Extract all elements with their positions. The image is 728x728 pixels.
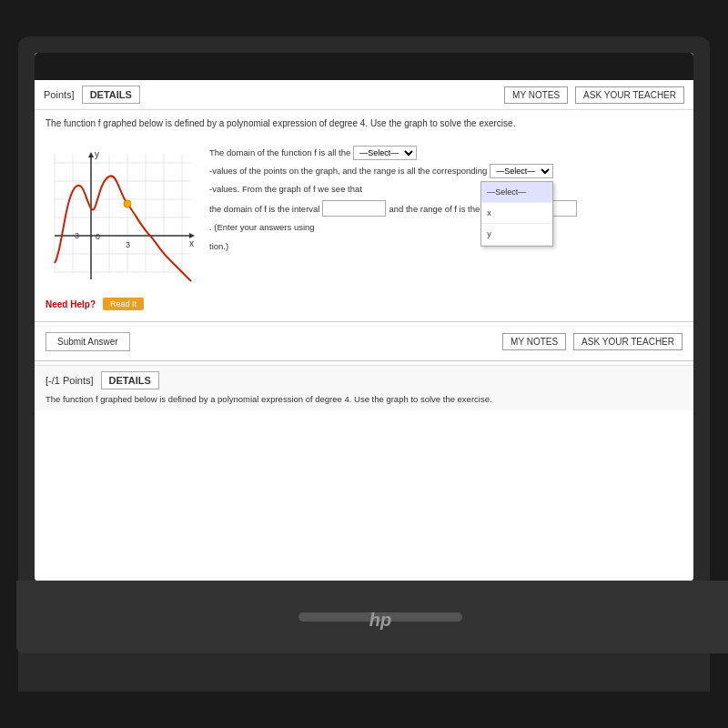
page-area: Points] DETAILS MY NOTES ASK YOUR TEACHE… xyxy=(35,80,693,581)
problem-section: y x 0 3 3 xyxy=(35,145,693,290)
need-help-label: Need Help? xyxy=(46,299,96,309)
header-bar: Points] DETAILS MY NOTES ASK YOUR TEACHE… xyxy=(35,80,693,110)
domain-range-area: The domain of the function f is all the … xyxy=(209,145,682,258)
graph-container: y x 0 3 3 xyxy=(46,145,200,290)
second-points-label: [-/1 Points] xyxy=(46,375,94,386)
second-header: [-/1 Points] DETAILS xyxy=(46,371,682,389)
svg-text:3: 3 xyxy=(126,240,130,249)
dropdown-popup[interactable]: —Select— x y xyxy=(480,181,553,247)
enter-note2: tion.) xyxy=(209,238,228,254)
enter-note-row: tion.) xyxy=(209,238,682,254)
x-y-select-2[interactable]: —Select— x y xyxy=(490,164,553,178)
need-help-area: Need Help? Read It xyxy=(35,290,693,318)
header-right: MY NOTES ASK YOUR TEACHER xyxy=(504,86,684,104)
values-text: -values of the points on the graph, and … xyxy=(209,163,487,178)
submit-ask-teacher-button[interactable]: ASK YOUR TEACHER xyxy=(573,333,682,350)
domain-prefix: The domain of the function f is all the xyxy=(209,145,350,160)
svg-text:3: 3 xyxy=(75,231,79,240)
domain-interval-label: the domain of f is the interval xyxy=(209,201,319,217)
hp-logo: hp xyxy=(369,610,391,631)
svg-point-24 xyxy=(124,200,131,207)
header-left: Points] DETAILS xyxy=(44,86,140,104)
dropdown-wrapper: —Select— x y —Select— x y xyxy=(490,163,553,178)
question-text: The function f graphed below is defined … xyxy=(46,117,682,130)
points-label: Points] xyxy=(44,89,75,100)
interval-row: the domain of f is the interval and the … xyxy=(209,200,682,235)
divider2 xyxy=(35,360,693,361)
question-area: The function f graphed below is defined … xyxy=(35,110,693,145)
dropdown-item-x[interactable]: x xyxy=(481,203,552,224)
svg-text:x: x xyxy=(189,238,194,248)
submit-button[interactable]: Submit Answer xyxy=(46,332,130,351)
dropdown-item-y[interactable]: y xyxy=(481,224,552,245)
x-y-select-1[interactable]: —Select— x y xyxy=(353,146,417,160)
read-it-button[interactable]: Read It xyxy=(103,298,144,310)
top-black-bar xyxy=(35,53,693,80)
submit-my-notes-button[interactable]: MY NOTES xyxy=(502,333,566,350)
laptop-base: hp xyxy=(16,581,728,653)
dropdown-item-select[interactable]: —Select— xyxy=(481,182,552,203)
divider xyxy=(35,321,693,322)
submit-right-buttons: MY NOTES ASK YOUR TEACHER xyxy=(502,333,682,350)
domain-text-row: The domain of the function f is all the … xyxy=(209,145,682,197)
ask-teacher-button[interactable]: ASK YOUR TEACHER xyxy=(575,86,684,104)
second-section: [-/1 Points] DETAILS The function f grap… xyxy=(35,365,693,410)
svg-text:0: 0 xyxy=(96,232,100,241)
enter-note: . (Enter your answers using xyxy=(209,219,315,235)
domain-interval-input[interactable] xyxy=(322,200,386,217)
submit-area: Submit Answer MY NOTES ASK YOUR TEACHER xyxy=(35,326,693,357)
screen: Points] DETAILS MY NOTES ASK YOUR TEACHE… xyxy=(35,53,693,581)
second-question-text: The function f graphed below is defined … xyxy=(46,393,682,405)
svg-text:y: y xyxy=(95,149,99,159)
laptop-outer: Points] DETAILS MY NOTES ASK YOUR TEACHE… xyxy=(18,36,710,692)
my-notes-button[interactable]: MY NOTES xyxy=(504,86,568,104)
second-details-button[interactable]: DETAILS xyxy=(101,371,159,389)
details-button[interactable]: DETAILS xyxy=(82,86,140,104)
values-text2: -values. From the graph of f we see that xyxy=(209,181,362,197)
screen-content: Points] DETAILS MY NOTES ASK YOUR TEACHE… xyxy=(35,53,693,581)
svg-marker-17 xyxy=(88,152,94,157)
graph-svg: y x 0 3 3 xyxy=(46,145,200,290)
